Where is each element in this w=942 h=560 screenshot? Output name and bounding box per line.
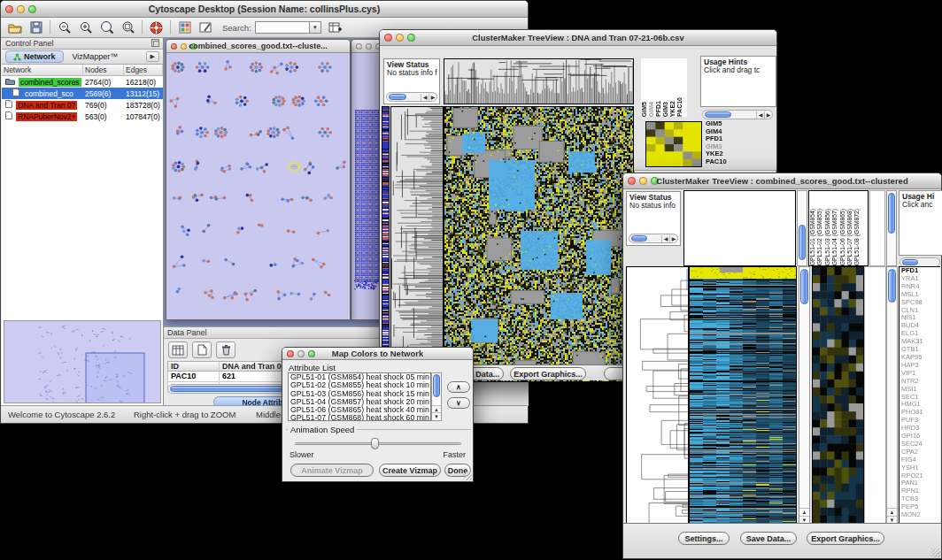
- tv2-row-dendrogram[interactable]: [626, 266, 689, 525]
- scroll-thumb[interactable]: [705, 111, 731, 118]
- tv1-export-graphics-button[interactable]: Export Graphics...: [510, 367, 586, 380]
- close-icon[interactable]: [384, 34, 392, 42]
- scroll-down-icon[interactable]: ▼: [432, 412, 441, 420]
- column-label[interactable]: GIM4: [648, 102, 655, 117]
- scroll-left-icon[interactable]: ◀: [756, 111, 764, 119]
- search-dropdown-icon[interactable]: ▼: [310, 21, 321, 34]
- scroll-thumb[interactable]: [888, 269, 896, 303]
- animate-vizmap-button[interactable]: Animate Vizmap: [290, 464, 374, 477]
- array-column-label[interactable]: GPL51-06 (GSM865): [839, 209, 846, 265]
- resize-grip[interactable]: [931, 548, 940, 557]
- scroll-thumb[interactable]: [389, 94, 406, 100]
- tv1-column-dendrogram[interactable]: [444, 58, 634, 104]
- tv1-usage-hscrollbar[interactable]: ◀ ▶: [702, 110, 773, 119]
- minimize-icon[interactable]: [181, 43, 187, 50]
- open-file-icon[interactable]: [7, 20, 22, 35]
- window-controls[interactable]: [1, 5, 41, 13]
- tv2-global-vscrollbar[interactable]: ▲ ▼: [799, 266, 810, 525]
- minimize-icon[interactable]: [396, 34, 404, 42]
- zoom-window-icon[interactable]: [407, 34, 415, 42]
- tv1-gene-labels[interactable]: GIM5GIM4PFD1GIM3YKE2PAC10: [704, 120, 748, 170]
- scroll-right-icon[interactable]: ▶: [429, 94, 436, 101]
- scroll-thumb[interactable]: [888, 193, 895, 234]
- zoom-window-icon[interactable]: [28, 5, 36, 13]
- tab-network[interactable]: Network: [5, 50, 64, 63]
- attribute-select-icon[interactable]: [168, 341, 188, 358]
- array-column-label[interactable]: GPL51-08 (GSM872): [853, 209, 861, 265]
- column-label[interactable]: PAC10: [676, 97, 683, 117]
- treeview1-titlebar[interactable]: ClusterMaker TreeView : DNA and Tran 07-…: [380, 30, 776, 46]
- tv1-similarity-matrix[interactable]: [645, 121, 702, 167]
- treeview2-titlebar[interactable]: ClusterMaker TreeView : combined_scores_…: [623, 173, 941, 189]
- tv1-row-dendrogram[interactable]: [390, 106, 444, 382]
- attribute-list-item[interactable]: GPL51-07 (GSM868) heat shock 60 min: [289, 414, 430, 421]
- column-label[interactable]: GIM3: [662, 102, 669, 117]
- minimize-icon[interactable]: [366, 43, 372, 50]
- tv2-labels-vscrollbar[interactable]: ▲ ▼: [886, 266, 898, 525]
- zoom-in-icon[interactable]: [78, 20, 93, 35]
- move-down-button[interactable]: ∨: [447, 397, 470, 409]
- tv2-gene-labels[interactable]: PFD1YRA1RNR4MSL1SPC98CLN1NIS1BUD4ELG1MAK…: [899, 266, 940, 525]
- array-column-label[interactable]: GPL51-03 (GSM856): [824, 209, 831, 265]
- close-icon[interactable]: [628, 177, 636, 185]
- dialog-titlebar[interactable]: Map Colors to Network: [282, 348, 473, 360]
- scroll-up-icon[interactable]: ▲: [887, 508, 897, 516]
- col-nodes[interactable]: Nodes: [83, 65, 124, 75]
- tv1-heatmap[interactable]: [444, 106, 634, 382]
- minimize-icon[interactable]: [297, 350, 305, 357]
- network-view-window[interactable]: combined_scores_good.txt--cluste...: [166, 39, 351, 320]
- vizmapper-icon[interactable]: [177, 20, 192, 35]
- close-icon[interactable]: [5, 5, 13, 13]
- column-label[interactable]: PFD1: [655, 101, 662, 117]
- tv2-global-heatmap[interactable]: [689, 266, 797, 525]
- speed-slider-thumb[interactable]: [371, 438, 379, 449]
- tv2-status-hscrollbar[interactable]: ◀ ▶: [629, 234, 678, 243]
- tv2-header-vscrollbar[interactable]: [797, 190, 807, 266]
- attribute-list-vscrollbar[interactable]: ▲ ▼: [431, 372, 442, 421]
- create-vizmap-button[interactable]: Create Vizmap: [379, 464, 441, 477]
- minimize-icon[interactable]: [639, 177, 647, 185]
- tabs-more-button[interactable]: ▶: [146, 51, 159, 62]
- tv2-save-data-button[interactable]: Save Data...: [740, 532, 797, 545]
- delete-attribute-icon[interactable]: [216, 341, 236, 358]
- help-lifebuoy-icon[interactable]: [149, 20, 164, 35]
- gene-label[interactable]: PAC10: [704, 158, 748, 166]
- scroll-right-icon[interactable]: ▶: [669, 235, 677, 242]
- birdseye-overview[interactable]: [4, 320, 161, 403]
- new-attribute-icon[interactable]: [192, 341, 212, 358]
- zoom-selected-icon[interactable]: [120, 20, 135, 35]
- scroll-left-icon[interactable]: ◀: [661, 235, 669, 242]
- scroll-thumb[interactable]: [902, 259, 918, 265]
- scroll-thumb[interactable]: [631, 235, 647, 242]
- main-titlebar[interactable]: Cytoscape Desktop (Session Name: collins…: [1, 1, 528, 18]
- tv1-global-strip[interactable]: [382, 106, 390, 382]
- zoom-window-icon[interactable]: [190, 43, 197, 50]
- scroll-up-icon[interactable]: ▲: [799, 508, 809, 516]
- network-canvas[interactable]: [166, 53, 350, 319]
- scroll-thumb[interactable]: [799, 225, 806, 260]
- scroll-right-icon[interactable]: ▶: [764, 111, 772, 119]
- tv2-export-graphics-button[interactable]: Export Graphics...: [807, 532, 884, 545]
- column-label[interactable]: GIM5: [641, 102, 648, 117]
- network-tree-row[interactable]: DNA and Tran 07769(0)183728(0): [2, 99, 163, 111]
- new-table-icon[interactable]: [328, 20, 343, 35]
- close-icon[interactable]: [287, 350, 294, 357]
- float-panel-icon[interactable]: [151, 39, 159, 48]
- network-tree-row[interactable]: combined_scores2764(0)16218(0): [2, 76, 163, 88]
- search-input[interactable]: [255, 21, 310, 34]
- array-column-label[interactable]: GPL51-02 (GSM855): [816, 209, 823, 265]
- close-icon[interactable]: [171, 43, 177, 50]
- id-column-header[interactable]: ID: [168, 362, 220, 371]
- zoom-fit-icon[interactable]: [99, 20, 114, 35]
- gene-label[interactable]: MON2: [900, 511, 940, 519]
- zoom-window-icon[interactable]: [651, 177, 659, 185]
- tab-vizmapper[interactable]: VizMapper™: [64, 51, 127, 62]
- tv2-settings-button[interactable]: Settings...: [678, 532, 730, 545]
- tv2-column-dendrogram-area[interactable]: [683, 190, 796, 266]
- column-label[interactable]: YKE2: [669, 101, 676, 117]
- array-column-label[interactable]: GPL51-04 (GSM857): [831, 209, 838, 265]
- tv1-status-hscrollbar[interactable]: ◀ ▶: [386, 92, 437, 102]
- network-tree-row[interactable]: RNAPuberNov2+563(0)107847(0): [2, 111, 163, 122]
- zoom-window-icon[interactable]: [308, 350, 315, 357]
- scroll-left-icon[interactable]: ◀: [421, 94, 429, 101]
